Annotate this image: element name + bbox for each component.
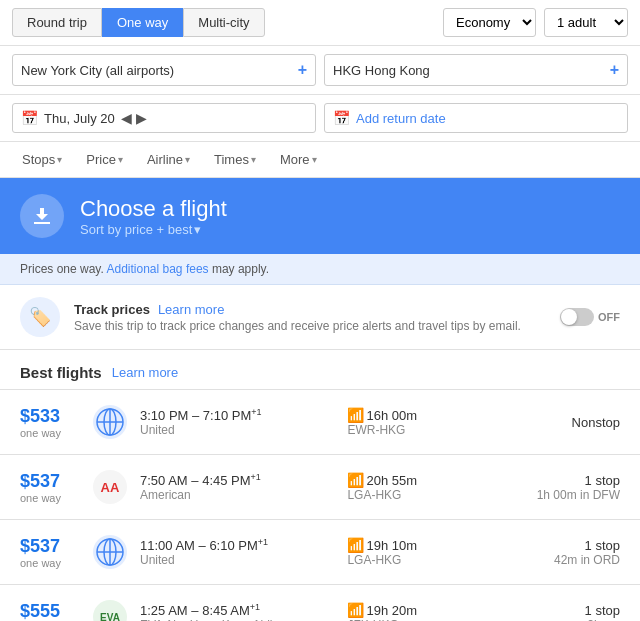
time-range-0: 3:10 PM – 7:10 PM+1	[140, 407, 335, 423]
bag-fees-link[interactable]: Additional bag fees	[106, 262, 208, 276]
filter-price[interactable]: Price ▾	[76, 148, 133, 171]
filter-more[interactable]: More ▾	[270, 148, 327, 171]
filter-more-label: More	[280, 152, 310, 167]
track-prices-section: 🏷️ Track prices Learn more Save this tri…	[0, 285, 640, 350]
flight-times-3: 1:25 AM – 8:45 AM+1 EVA Air · Hong Kong …	[140, 602, 335, 621]
choose-text: Choose a flight Sort by price + best ▾	[80, 196, 227, 237]
filter-airline-arrow: ▾	[185, 154, 190, 165]
toggle-track[interactable]	[560, 308, 594, 326]
origin-field[interactable]: New York City (all airports) +	[12, 54, 316, 86]
flight-stops-2: 1 stop 42m in ORD	[490, 538, 620, 567]
stops-count-1: 1 stop	[490, 473, 620, 488]
flight-times-1: 7:50 AM – 4:45 PM+1 American	[140, 472, 335, 502]
track-toggle[interactable]: OFF	[560, 308, 620, 326]
flight-row[interactable]: $537 one way AA 7:50 AM – 4:45 PM+1 Amer…	[0, 454, 640, 519]
flight-price-3: $555 one way	[20, 601, 80, 622]
route-label-1: LGA-HKG	[347, 488, 477, 502]
airline-name-2: United	[140, 553, 335, 567]
sort-label: Sort by price + best	[80, 222, 192, 237]
stop-detail-2: 42m in ORD	[490, 553, 620, 567]
flight-stops-0: Nonstop	[490, 415, 620, 430]
track-text: Track prices Learn more Save this trip t…	[74, 302, 546, 333]
flight-list: $533 one way 3:10 PM – 7:10 PM+1 United …	[0, 389, 640, 621]
date-text: Thu, July 20	[44, 111, 115, 126]
destination-text: HKG Hong Kong	[333, 63, 430, 78]
airline-logo-1: AA	[92, 469, 128, 505]
page-wrapper: Round trip One way Multi-city Economy Bu…	[0, 0, 640, 621]
price-label-0: one way	[20, 427, 80, 439]
flight-price-1: $537 one way	[20, 471, 80, 504]
return-calendar-icon: 📅	[333, 110, 350, 126]
price-notice-prefix: Prices one way.	[20, 262, 104, 276]
filter-stops-label: Stops	[22, 152, 55, 167]
price-amount-3: $555	[20, 601, 80, 622]
wifi-icon-0: 📶	[347, 407, 364, 423]
wifi-icon-3: 📶	[347, 602, 364, 618]
cabin-class-select[interactable]: Economy Business First	[443, 8, 536, 37]
filter-price-label: Price	[86, 152, 116, 167]
duration-label-0: 📶16h 00m	[347, 407, 477, 423]
top-bar: Round trip One way Multi-city Economy Bu…	[0, 0, 640, 46]
svg-text:AA: AA	[101, 480, 120, 495]
tab-round-trip[interactable]: Round trip	[12, 8, 102, 37]
choose-title: Choose a flight	[80, 196, 227, 222]
date-prev-btn[interactable]: ◀	[121, 110, 132, 126]
best-flights-title: Best flights	[20, 364, 102, 381]
stop-detail-3: 2h c...	[490, 618, 620, 622]
track-price-icon: 🏷️	[20, 297, 60, 337]
choose-banner: Choose a flight Sort by price + best ▾	[0, 178, 640, 254]
airline-name-1: American	[140, 488, 335, 502]
sort-arrow-icon: ▾	[194, 222, 201, 237]
filter-stops[interactable]: Stops ▾	[12, 148, 72, 171]
price-label-1: one way	[20, 492, 80, 504]
calendar-icon: 📅	[21, 110, 38, 126]
flight-stops-3: 1 stop 2h c...	[490, 603, 620, 622]
return-date-text: Add return date	[356, 111, 446, 126]
flight-row[interactable]: $555 one way EVA 1:25 AM – 8:45 AM+1 EVA…	[0, 584, 640, 621]
date-field[interactable]: 📅 Thu, July 20 ◀ ▶	[12, 103, 316, 133]
stops-count-3: 1 stop	[490, 603, 620, 618]
destination-add-btn[interactable]: +	[610, 61, 619, 79]
origin-text: New York City (all airports)	[21, 63, 174, 78]
price-amount-2: $537	[20, 536, 80, 557]
airline-logo-2	[92, 534, 128, 570]
filter-airline-label: Airline	[147, 152, 183, 167]
route-label-0: EWR-HKG	[347, 423, 477, 437]
flight-row[interactable]: $537 one way 11:00 AM – 6:10 PM+1 United…	[0, 519, 640, 584]
passengers-select[interactable]: 1 adult 2 adults 3 adults	[544, 8, 628, 37]
airline-logo-3: EVA	[92, 599, 128, 621]
flight-price-0: $533 one way	[20, 406, 80, 439]
svg-text:EVA: EVA	[100, 612, 120, 621]
best-flights-learn-more[interactable]: Learn more	[112, 365, 178, 380]
tab-multi-city[interactable]: Multi-city	[183, 8, 264, 37]
flight-duration-2: 📶19h 10m LGA-HKG	[347, 537, 477, 567]
stop-detail-1: 1h 00m in DFW	[490, 488, 620, 502]
date-next-btn[interactable]: ▶	[136, 110, 147, 126]
price-label-2: one way	[20, 557, 80, 569]
route-label-2: LGA-HKG	[347, 553, 477, 567]
flight-times-2: 11:00 AM – 6:10 PM+1 United	[140, 537, 335, 567]
duration-label-3: 📶19h 20m	[347, 602, 477, 618]
duration-label-2: 📶19h 10m	[347, 537, 477, 553]
flight-duration-3: 📶19h 20m JFK-HKG	[347, 602, 477, 621]
airline-name-0: United	[140, 423, 335, 437]
sort-link[interactable]: Sort by price + best ▾	[80, 222, 227, 237]
date-row: 📅 Thu, July 20 ◀ ▶ 📅 Add return date	[0, 95, 640, 142]
tab-one-way[interactable]: One way	[102, 8, 183, 37]
wifi-icon-2: 📶	[347, 537, 364, 553]
destination-field[interactable]: HKG Hong Kong +	[324, 54, 628, 86]
filter-times-label: Times	[214, 152, 249, 167]
flight-duration-1: 📶20h 55m LGA-HKG	[347, 472, 477, 502]
price-amount-0: $533	[20, 406, 80, 427]
flight-row[interactable]: $533 one way 3:10 PM – 7:10 PM+1 United …	[0, 389, 640, 454]
origin-add-btn[interactable]: +	[298, 61, 307, 79]
filter-airline[interactable]: Airline ▾	[137, 148, 200, 171]
track-learn-more-link[interactable]: Learn more	[158, 302, 224, 317]
return-date-field[interactable]: 📅 Add return date	[324, 103, 628, 133]
toggle-label: OFF	[598, 311, 620, 323]
filter-more-arrow: ▾	[312, 154, 317, 165]
stops-count-2: 1 stop	[490, 538, 620, 553]
filter-times[interactable]: Times ▾	[204, 148, 266, 171]
right-controls: Economy Business First 1 adult 2 adults …	[443, 8, 628, 37]
date-nav: ◀ ▶	[121, 110, 147, 126]
